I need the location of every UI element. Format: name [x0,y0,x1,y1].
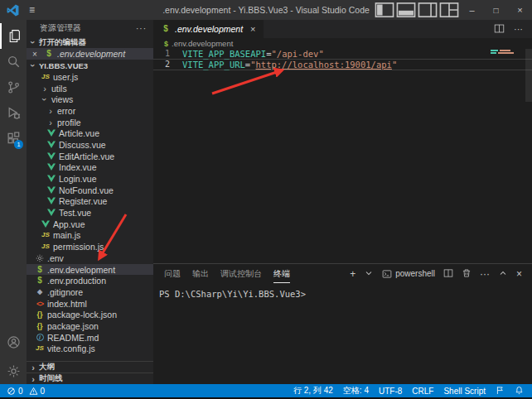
tree-item[interactable]: ◆.gitignore [27,286,153,298]
menu-icon[interactable]: ≡ [29,4,35,16]
toggle-secondary-sidebar-icon[interactable] [417,0,438,20]
status-item[interactable]: 行 2, 列 42 [293,385,333,397]
tree-item[interactable]: Index.vue [27,162,153,174]
run-debug-icon[interactable] [0,100,27,126]
vscode-window: ≡ .env.development - Yi.BBS.Vue3 - Visua… [0,0,532,399]
tree-item[interactable]: JSmain.js [27,230,153,242]
tree-item[interactable]: Article.vue [27,127,153,139]
customize-layout-icon[interactable] [438,0,460,20]
sidebar-section-大纲[interactable]: ›大纲 [27,361,153,373]
tree-item-label: package-lock.json [47,310,117,320]
code-line[interactable]: 1VITE_APP_BASEAPI="/api-dev" [153,49,532,59]
tree-item[interactable]: JSpermission.js [27,241,153,252]
status-bar: 0 0 行 2, 列 42空格: 4UTF-8CRLFShell Script [0,384,532,397]
project-section[interactable]: › YI.BBS.VUE3 [27,60,153,71]
tree-item[interactable]: JSuser.js [27,71,153,83]
tree-item[interactable]: ›views [27,94,153,105]
tab-env-development[interactable]: $ .env.development × [153,20,264,38]
warning-count: 0 [41,387,46,396]
split-terminal-icon[interactable] [443,268,453,280]
tree-item-label: vite.config.js [47,344,95,353]
terminal-prompt[interactable]: PS D:\CSharp\Yi\Yi.BBS.Vue3> [159,289,306,299]
vue-file-icon [41,219,51,229]
url-link[interactable]: http://localhost:19001/api [256,60,392,70]
env-file-icon: $ [35,265,45,275]
new-terminal-icon[interactable]: + [350,269,355,279]
tree-item[interactable]: {}package.json [27,320,153,332]
tree-item[interactable]: Test.vue [27,207,153,219]
tree-item-label: .env [47,253,64,263]
tree-item[interactable]: App.vue [27,219,153,230]
search-icon[interactable] [0,49,27,75]
toggle-sidebar-icon[interactable] [374,0,395,20]
notifications-bell-icon[interactable] [515,386,524,397]
section-label: 大纲 [39,362,55,373]
tree-item-label: views [51,94,73,104]
source-control-icon[interactable] [0,75,27,100]
tree-item[interactable]: .env [27,252,153,264]
shell-selector[interactable]: powershell [382,269,435,279]
sidebar-more-actions-icon[interactable]: ··· [136,24,147,33]
sidebar-title: 资源管理器 [40,22,81,34]
problems-status[interactable]: 0 0 [7,387,45,396]
tree-item[interactable]: Login.vue [27,173,153,185]
minimap-slider[interactable] [525,49,532,102]
tree-item[interactable]: JSvite.config.js [27,344,153,355]
account-icon[interactable] [0,329,27,355]
status-item[interactable]: 空格: 4 [343,385,369,397]
tree-item[interactable]: ›error [27,105,153,117]
minimize-button[interactable]: – [460,0,484,20]
tree-item[interactable]: Register.vue [27,196,153,208]
tree-item[interactable]: ›utils [27,83,153,94]
explorer-icon[interactable] [0,23,27,49]
tree-item[interactable]: <>index.html [27,298,153,310]
kill-terminal-icon[interactable] [462,268,472,280]
minimap[interactable] [491,50,519,55]
tree-item[interactable]: iREADME.md [27,332,153,344]
tree-item[interactable]: $.env.production [27,275,153,286]
tree-item[interactable]: $.env.development [27,264,153,276]
chevron-down-icon: › [41,95,49,103]
settings-gear-icon[interactable] [0,358,27,384]
tree-item-label: profile [57,118,81,127]
panel-tab-item[interactable]: 输出 [192,264,209,283]
tree-item[interactable]: NotFound.vue [27,185,153,196]
status-item[interactable]: UTF-8 [379,385,402,397]
panel-tab-active[interactable]: 终端 [273,264,290,283]
close-editor-icon[interactable]: × [32,50,41,59]
close-panel-icon[interactable]: × [516,269,522,279]
tree-item[interactable]: EditArticle.vue [27,151,153,162]
open-editor-item[interactable]: × $ .env.development [27,48,153,60]
code-line[interactable]: 2VITE_APP_URL="http://localhost:19001/ap… [153,59,532,70]
section-label: 时间线 [39,373,63,384]
panel-more-actions-icon[interactable]: ··· [480,269,490,279]
sidebar-section-时间线[interactable]: ›时间线 [27,373,153,384]
editor-group: $ .env.development × ··· $ .env.developm… [153,20,532,384]
env-file-icon: $ [44,49,54,59]
panel-tab-item[interactable]: 调试控制台 [220,264,262,283]
close-window-button[interactable]: × [508,0,532,20]
feedback-icon[interactable] [496,386,505,397]
breadcrumb[interactable]: $ .env.development [153,38,532,49]
error-count: 0 [18,387,23,396]
terminal-dropdown-icon[interactable] [364,268,374,280]
tree-item[interactable]: {}package-lock.json [27,309,153,320]
close-tab-icon[interactable]: × [250,24,255,34]
open-editors-section[interactable]: › 打开的编辑器 [27,36,153,48]
chevron-down-icon: › [29,61,37,70]
split-editor-icon[interactable] [494,23,505,36]
editor-more-actions-icon[interactable]: ··· [514,24,523,34]
env-file-icon: $ [164,39,168,49]
maximize-panel-icon[interactable] [498,268,508,280]
tree-item[interactable]: ›profile [27,117,153,128]
tree-item[interactable]: Discuss.vue [27,139,153,151]
status-item[interactable]: CRLF [412,385,433,397]
maximize-button[interactable]: □ [484,0,508,20]
code-editor[interactable]: 1VITE_APP_BASEAPI="/api-dev"2VITE_APP_UR… [153,49,532,263]
toggle-panel-icon[interactable] [395,0,417,20]
extensions-icon[interactable]: 1 [0,126,27,151]
status-item[interactable]: Shell Script [443,385,486,397]
tree-item-label: error [57,106,75,116]
panel-tab-item[interactable]: 问题 [164,264,181,283]
vue-file-icon [46,128,56,138]
